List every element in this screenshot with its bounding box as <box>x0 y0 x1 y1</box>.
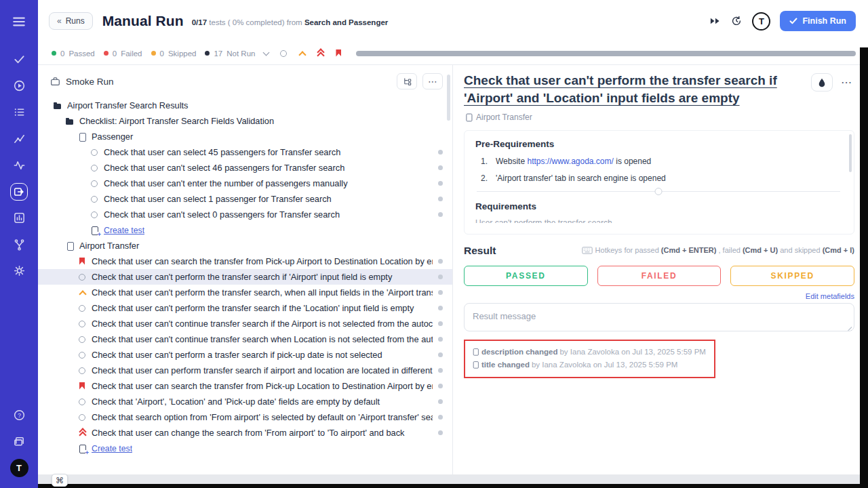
sidebar: ? T <box>0 0 38 488</box>
row-label: Check that user can change the search fr… <box>92 428 433 438</box>
row-label: Check that user can't enter the number o… <box>104 178 433 188</box>
sidebar-item-branches[interactable] <box>0 231 38 258</box>
water-drop-button[interactable] <box>811 73 833 92</box>
file-icon <box>471 348 479 356</box>
case-detail-panel: Check that user can't perform the transf… <box>453 65 868 488</box>
tree-row[interactable]: Check that user can't select 0 passenger… <box>38 207 452 222</box>
tree-row[interactable]: Checklist: Airport Transfer Search Field… <box>38 113 452 129</box>
passed-button[interactable]: PASSED <box>464 266 588 286</box>
sidebar-item-projects[interactable] <box>0 428 38 455</box>
file-plus-icon <box>77 444 87 453</box>
tree-row[interactable]: Check that search option from 'From airp… <box>38 409 452 425</box>
tree-row[interactable]: Create test <box>38 222 452 238</box>
tree-scrollbar-thumb[interactable] <box>447 75 450 121</box>
tree-row[interactable]: Check that user can change the search fr… <box>38 425 452 441</box>
row-status-dot <box>438 290 443 295</box>
tree-row[interactable]: Check that user can't perform a trasfer … <box>38 347 452 363</box>
tree-row[interactable]: Check that user can search the transfer … <box>38 253 452 269</box>
sidebar-item-test-cases[interactable] <box>0 99 38 125</box>
tree-row[interactable]: Check that user can search the transfer … <box>38 378 452 394</box>
tree-row[interactable]: Check that 'Airport', 'Location' and 'Pi… <box>38 394 452 409</box>
row-status-dot <box>438 259 443 264</box>
filter-severity-high-icon[interactable] <box>315 49 325 58</box>
sidebar-item-run[interactable] <box>0 73 38 99</box>
folder-icon <box>53 101 62 110</box>
skipped-button[interactable]: SKIPPED <box>730 266 854 286</box>
keyboard-icon <box>582 247 593 254</box>
timer-icon <box>730 15 743 27</box>
circle-icon <box>77 413 87 422</box>
window-edge-bottom <box>38 484 868 488</box>
svg-text:?: ? <box>17 412 20 419</box>
sidebar-item-activity[interactable] <box>0 152 38 178</box>
result-message-input[interactable] <box>464 303 854 331</box>
tree-view-button[interactable] <box>397 73 417 89</box>
sidebar-item-insights[interactable] <box>0 125 38 152</box>
row-label: Create test <box>92 444 132 453</box>
tree-row[interactable]: Check that user can perform transfer sea… <box>38 363 452 378</box>
row-status-dot <box>438 181 443 186</box>
tree-row[interactable]: Check that user can select 45 passengers… <box>38 144 452 160</box>
edit-metafields-link[interactable]: Edit metafields <box>806 292 854 300</box>
row-label: Check that user can't perform the transf… <box>92 303 433 313</box>
case-description-box: Pre-Requirements 1. Website https://www.… <box>464 130 854 235</box>
sidebar-item-help[interactable]: ? <box>0 402 38 428</box>
history-timer-button[interactable] <box>730 15 743 27</box>
filter-flag-icon[interactable] <box>334 49 343 58</box>
row-label: Check that user can't perform a trasfer … <box>92 350 433 360</box>
back-to-runs-button[interactable]: « Runs <box>49 12 93 30</box>
tree-more-button[interactable]: ⋯ <box>422 73 443 89</box>
tree-row[interactable]: Check that user can't continue transfer … <box>38 316 452 331</box>
row-label: Check that search option from 'From airp… <box>92 412 433 422</box>
user-avatar[interactable]: T <box>752 12 770 30</box>
bar-chart-icon <box>13 211 26 224</box>
tree-row[interactable]: Airport Transfer <box>38 238 452 253</box>
circle-icon <box>77 304 87 313</box>
tree-row[interactable]: Check that user can't perform the transf… <box>38 300 452 316</box>
agoda-link[interactable]: https://www.agoda.com/ <box>527 157 613 166</box>
row-status-dot <box>438 165 443 170</box>
page-title: Manual Run <box>102 13 184 29</box>
row-label: Passenger <box>92 131 437 142</box>
tree-row[interactable]: Airport Transfer Search Results <box>38 98 452 113</box>
failed-dot-icon <box>104 51 108 56</box>
row-status-dot <box>438 197 443 201</box>
activity-entry: description changed by Iana Zavoloka on … <box>471 346 706 359</box>
menu-icon[interactable] <box>0 8 38 35</box>
filter-severity-normal-icon[interactable] <box>297 49 307 58</box>
sidebar-item-test-runs[interactable] <box>0 178 38 205</box>
row-label: Airport Transfer <box>79 241 437 251</box>
circle-icon <box>77 319 87 329</box>
more-icon: ⋯ <box>841 77 852 88</box>
section-divider[interactable] <box>477 191 840 192</box>
run-summary: 0/17 tests ( 0% completed) from Search a… <box>192 18 389 26</box>
finish-run-button[interactable]: Finish Run <box>780 11 856 31</box>
prereq-heading: Pre-Requirements <box>475 139 842 149</box>
tree-row[interactable]: Check that user can't perform the transf… <box>38 285 452 300</box>
chevron-down-icon[interactable] <box>263 49 270 56</box>
clipped-text: User can't perform the transfer search <box>475 218 842 223</box>
case-title[interactable]: Check that user can't perform the transf… <box>464 72 811 107</box>
sidebar-user-avatar[interactable]: T <box>0 455 38 481</box>
tree-row[interactable]: Check that user can't select 46 passenge… <box>38 160 452 176</box>
sidebar-item-dashboard[interactable] <box>0 205 38 231</box>
tree-row[interactable]: Passenger <box>38 129 452 144</box>
test-tree-panel: Smoke Run ⋯ Airport Transfer Search Resu… <box>38 65 453 488</box>
tree-row[interactable]: Check that user can select 1 passenger f… <box>38 191 452 207</box>
tree-row[interactable]: Create test <box>38 441 452 456</box>
tree-row[interactable]: Check that user can't continue transfer … <box>38 331 452 347</box>
tree-row[interactable]: Check that user can't enter the number o… <box>38 176 452 191</box>
row-status-dot <box>438 399 443 404</box>
tree-row[interactable]: Check that user can't perform the transf… <box>38 269 452 285</box>
sidebar-item-checks[interactable] <box>0 46 38 73</box>
case-more-button[interactable]: ⋯ <box>838 75 854 90</box>
filter-notrun-icon[interactable] <box>279 49 288 58</box>
failed-button[interactable]: FAILED <box>597 266 722 286</box>
run-status-bar: 0Passed 0Failed 0Skipped 17Not Run <box>38 42 868 65</box>
list-icon <box>13 106 26 119</box>
sidebar-item-settings[interactable] <box>0 258 38 284</box>
command-key-badge[interactable]: ⌘ <box>52 474 68 487</box>
activity-icon <box>13 159 26 171</box>
fast-forward-button[interactable] <box>709 16 721 26</box>
description-scrollbar-thumb[interactable] <box>849 134 852 172</box>
